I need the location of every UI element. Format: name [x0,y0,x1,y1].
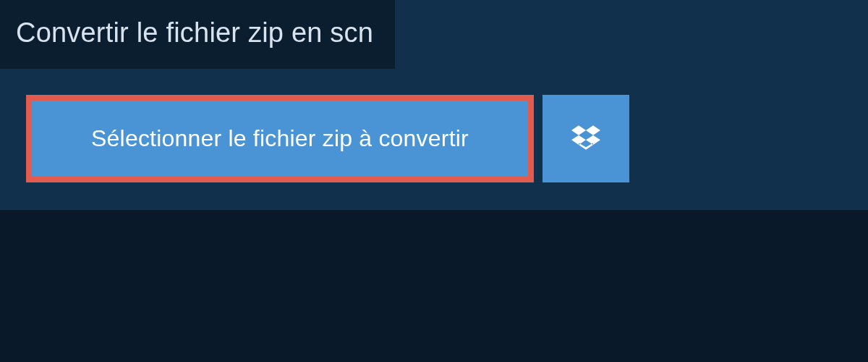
action-row: Sélectionner le fichier zip à convertir [0,69,868,182]
select-file-label: Sélectionner le fichier zip à convertir [91,125,469,152]
title-bar: Convertir le fichier zip en scn [0,0,395,69]
converter-panel: Convertir le fichier zip en scn Sélectio… [0,0,868,210]
dropbox-button[interactable] [542,95,629,182]
dropbox-icon [571,123,600,155]
page-title: Convertir le fichier zip en scn [16,17,373,49]
select-file-button[interactable]: Sélectionner le fichier zip à convertir [26,95,534,182]
